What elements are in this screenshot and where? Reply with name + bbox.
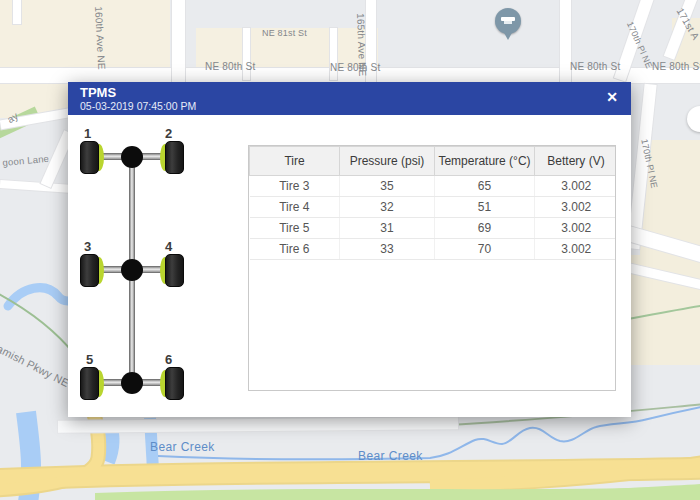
road xyxy=(13,0,21,24)
tire-data-table-wrapper: Tire Pressure (psi) Temperature (°C) Bet… xyxy=(248,145,616,391)
water-label-bear-creek: Bear Creek xyxy=(358,449,423,463)
table-row: Tire 5 31 69 3.002 xyxy=(250,218,617,239)
tire-number-5: 5 xyxy=(86,352,93,367)
close-icon[interactable]: ✕ xyxy=(606,90,618,104)
cell-temperature: 69 xyxy=(435,218,535,239)
tire-5[interactable] xyxy=(80,367,101,400)
tire-number-3: 3 xyxy=(84,239,91,254)
cell-battery: 3.002 xyxy=(535,218,617,239)
col-header-battery: Bettery (V) xyxy=(535,147,617,176)
tire-rubber xyxy=(80,141,99,174)
cell-battery: 3.002 xyxy=(535,239,617,260)
cell-tire: Tire 6 xyxy=(250,239,340,260)
cell-temperature: 65 xyxy=(435,176,535,197)
tire-rubber xyxy=(80,254,99,287)
table-row: Tire 6 33 70 3.002 xyxy=(250,239,617,260)
tire-rubber xyxy=(165,254,184,287)
cell-temperature: 51 xyxy=(435,197,535,218)
axle-hub xyxy=(121,372,143,394)
tire-number-6: 6 xyxy=(165,352,172,367)
tire-number-2: 2 xyxy=(165,126,172,141)
street-label: NE 81st St xyxy=(262,28,307,38)
cell-temperature: 70 xyxy=(435,239,535,260)
tire-number-4: 4 xyxy=(165,239,172,254)
water-label-bear-creek: Bear Creek xyxy=(150,440,215,454)
tire-1[interactable] xyxy=(80,141,101,174)
street-label: 165th Ave NE xyxy=(355,13,368,77)
table-row: Tire 4 32 51 3.002 xyxy=(250,197,617,218)
dialog-title: TPMS xyxy=(80,85,619,100)
cell-tire: Tire 5 xyxy=(250,218,340,239)
dialog-body: 1 2 3 4 5 6 Tire xyxy=(68,115,631,417)
cell-pressure: 35 xyxy=(340,176,435,197)
street-label: NE 80th St xyxy=(205,61,255,72)
axle-hub xyxy=(121,259,143,281)
tire-data-table: Tire Pressure (psi) Temperature (°C) Bet… xyxy=(249,146,616,260)
axle-hub xyxy=(121,146,143,168)
col-header-pressure: Pressure (psi) xyxy=(340,147,435,176)
cell-pressure: 31 xyxy=(340,218,435,239)
tire-rubber xyxy=(165,141,184,174)
tire-6[interactable] xyxy=(163,367,184,400)
tire-3[interactable] xyxy=(80,254,101,287)
col-header-tire: Tire xyxy=(250,147,340,176)
school-map-pin[interactable] xyxy=(495,8,521,34)
tire-2[interactable] xyxy=(163,141,184,174)
tire-number-1: 1 xyxy=(84,126,91,141)
road xyxy=(172,0,185,84)
street-label: NE 80th St xyxy=(330,62,380,73)
cell-battery: 3.002 xyxy=(535,176,617,197)
tire-rubber xyxy=(165,367,184,400)
table-header-row: Tire Pressure (psi) Temperature (°C) Bet… xyxy=(250,147,617,176)
street-label: NE 80th St xyxy=(652,61,700,72)
col-header-temperature: Temperature (°C) xyxy=(435,147,535,176)
school-icon xyxy=(501,17,515,21)
tire-4[interactable] xyxy=(163,254,184,287)
road xyxy=(243,28,250,80)
street-label: NE 80th St xyxy=(570,61,620,72)
cell-tire: Tire 4 xyxy=(250,197,340,218)
dialog-timestamp: 05-03-2019 07:45:00 PM xyxy=(80,100,619,113)
screen: 160th Ave NE NE 81st St NE 80th St NE 80… xyxy=(0,0,700,500)
dialog-header: TPMS 05-03-2019 07:45:00 PM ✕ xyxy=(68,82,631,115)
cell-pressure: 32 xyxy=(340,197,435,218)
cell-pressure: 33 xyxy=(340,239,435,260)
cell-battery: 3.002 xyxy=(535,197,617,218)
tpms-dialog: TPMS 05-03-2019 07:45:00 PM ✕ 1 2 3 4 5 … xyxy=(68,82,631,417)
tire-rubber xyxy=(80,367,99,400)
table-row: Tire 3 35 65 3.002 xyxy=(250,176,617,197)
cell-tire: Tire 3 xyxy=(250,176,340,197)
truck-diagram: 1 2 3 4 5 6 xyxy=(68,115,248,417)
